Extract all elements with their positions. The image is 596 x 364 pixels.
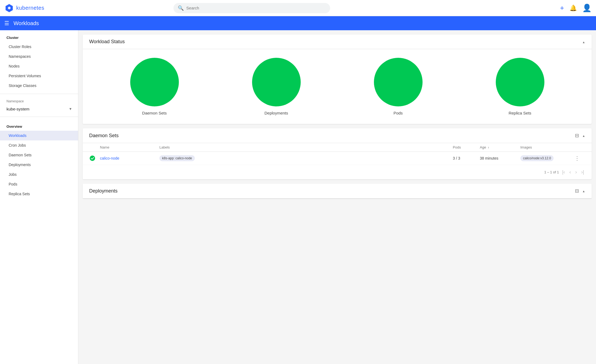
col-header-name: Name — [100, 145, 159, 149]
search-container: 🔍 — [173, 3, 330, 13]
deployments-collapse-icon[interactable] — [582, 189, 585, 193]
hamburger-menu[interactable]: ☰ — [4, 20, 9, 26]
sidebar-item-replica-sets[interactable]: Replica Sets — [0, 189, 78, 199]
svg-text:✱: ✱ — [8, 6, 11, 10]
namespace-chevron-down-icon: ▾ — [69, 106, 72, 111]
sidebar-divider-2 — [0, 117, 78, 117]
workload-status-item-daemon-sets: Daemon Sets — [130, 58, 179, 115]
deployments-title: Deployments — [89, 188, 118, 194]
sidebar-item-cron-jobs[interactable]: Cron Jobs — [0, 140, 78, 150]
calico-node-link[interactable]: calico-node — [100, 156, 119, 160]
deployments-filter-icon[interactable]: ⊟ — [575, 188, 579, 194]
search-icon: 🔍 — [178, 5, 184, 11]
sidebar-item-namespaces[interactable]: Namespaces — [0, 52, 78, 61]
cluster-section-header: Cluster — [0, 30, 78, 42]
sidebar-item-cluster-roles[interactable]: Cluster Roles — [0, 42, 78, 52]
row-age: 38 minutes — [480, 156, 520, 160]
daemon-sets-title: Daemon Sets — [89, 133, 119, 139]
workload-status-item-pods: Pods — [374, 58, 423, 115]
search-input[interactable] — [186, 6, 326, 10]
layout: Cluster Cluster RolesNamespacesNodesPers… — [0, 30, 596, 364]
pagination-first-button[interactable]: |‹ — [561, 168, 566, 176]
kubernetes-logo-icon: ✱ — [4, 3, 14, 13]
row-label: k8s-app: calico-node — [159, 155, 453, 161]
add-button[interactable]: + — [560, 4, 564, 12]
daemon-sets-collapse-icon[interactable] — [582, 133, 585, 138]
daemon-sets-pagination: 1 – 1 of 1 |‹ ‹ › ›| — [83, 165, 592, 179]
sidebar-item-jobs[interactable]: Jobs — [0, 170, 78, 179]
notifications-button[interactable]: 🔔 — [570, 5, 577, 12]
status-circle[interactable] — [496, 58, 544, 106]
col-header-labels: Labels — [159, 145, 453, 149]
navbar-title: Workloads — [14, 20, 39, 26]
sidebar-item-persistent-volumes[interactable]: Persistent Volumes — [0, 71, 78, 81]
logo-text: kubernetes — [16, 5, 44, 11]
topbar-actions: + 🔔 👤 — [560, 4, 592, 12]
workload-status-grid: Daemon SetsDeploymentsPodsReplica Sets — [83, 49, 592, 124]
row-pods: 3 / 3 — [453, 156, 480, 160]
svg-point-3 — [90, 156, 95, 161]
status-label: Daemon Sets — [142, 111, 167, 115]
row-name: calico-node — [100, 156, 159, 160]
workload-status-collapse-icon[interactable] — [582, 40, 585, 44]
sidebar-item-deployments[interactable]: Deployments — [0, 160, 78, 170]
pagination-last-button[interactable]: ›| — [580, 168, 585, 176]
workload-status-header: Workload Status — [83, 35, 592, 49]
row-image: calico/node:v3.12.0 — [520, 155, 574, 161]
pagination-prev-button[interactable]: ‹ — [568, 168, 572, 176]
sidebar-item-storage-classes[interactable]: Storage Classes — [0, 81, 78, 90]
row-status-icon — [89, 155, 96, 161]
navbar: ☰ Workloads — [0, 16, 596, 30]
status-label: Pods — [393, 111, 403, 115]
status-label: Replica Sets — [508, 111, 531, 115]
sidebar: Cluster Cluster RolesNamespacesNodesPers… — [0, 30, 78, 364]
logo: ✱ kubernetes — [4, 3, 58, 13]
sidebar-item-workloads[interactable]: Workloads — [0, 131, 78, 140]
status-circle[interactable] — [130, 58, 179, 106]
deployments-header: Deployments ⊟ — [83, 184, 592, 198]
daemon-sets-header-actions: ⊟ — [575, 133, 585, 139]
col-header-age[interactable]: Age — [480, 145, 520, 149]
workload-status-item-deployments: Deployments — [252, 58, 301, 115]
sidebar-item-nodes[interactable]: Nodes — [0, 61, 78, 71]
user-avatar[interactable]: 👤 — [582, 4, 592, 12]
deployments-header-actions: ⊟ — [575, 188, 585, 194]
daemon-sets-header: Daemon Sets ⊟ — [83, 128, 592, 143]
sidebar-divider-1 — [0, 94, 78, 94]
cluster-items: Cluster RolesNamespacesNodesPersistent V… — [0, 42, 78, 90]
overview-header: Overview — [0, 120, 78, 131]
main-content: Workload Status Daemon SetsDeploymentsPo… — [78, 30, 596, 364]
namespace-value: kube-system — [6, 107, 29, 111]
daemon-sets-card: Daemon Sets ⊟ Name Labels Pods — [83, 128, 592, 179]
daemon-sets-filter-icon[interactable]: ⊟ — [575, 133, 579, 139]
workload-status-title: Workload Status — [89, 39, 125, 45]
status-circle[interactable] — [252, 58, 301, 106]
col-header-pods: Pods — [453, 145, 480, 149]
row-more-icon[interactable]: ⋮ — [574, 155, 585, 161]
namespace-select[interactable]: kube-system ▾ — [0, 104, 78, 113]
namespace-label: Namespace — [0, 97, 78, 104]
deployments-card: Deployments ⊟ — [83, 184, 592, 198]
workload-status-item-replica-sets: Replica Sets — [496, 58, 544, 115]
sidebar-item-daemon-sets[interactable]: Daemon Sets — [0, 150, 78, 160]
overview-items: WorkloadsCron JobsDaemon SetsDeployments… — [0, 131, 78, 199]
search-box[interactable]: 🔍 — [173, 3, 330, 13]
table-row: calico-node k8s-app: calico-node 3 / 3 3… — [83, 152, 592, 165]
pagination-range: 1 – 1 of 1 — [544, 170, 559, 174]
row-label-chip: k8s-app: calico-node — [159, 155, 195, 161]
topbar: ✱ kubernetes 🔍 + 🔔 👤 — [0, 0, 596, 16]
col-header-images: Images — [520, 145, 574, 149]
status-circle[interactable] — [374, 58, 423, 106]
workload-status-card: Workload Status Daemon SetsDeploymentsPo… — [83, 35, 592, 124]
row-image-chip: calico/node:v3.12.0 — [520, 155, 554, 161]
daemon-sets-table-header: Name Labels Pods Age Images — [83, 143, 592, 152]
pagination-next-button[interactable]: › — [574, 168, 578, 176]
status-label: Deployments — [264, 111, 288, 115]
sidebar-item-pods[interactable]: Pods — [0, 179, 78, 189]
